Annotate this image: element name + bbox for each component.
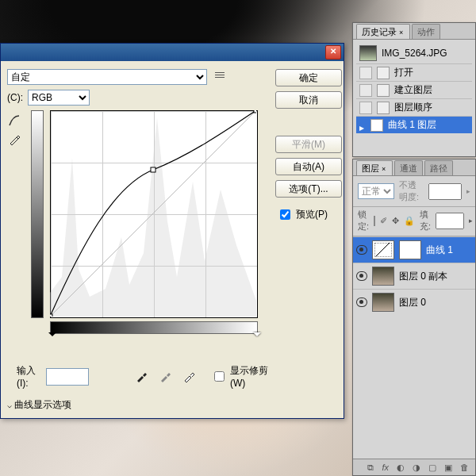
curves-grid[interactable] [31,110,269,340]
snapshot-slot [359,84,372,97]
history-document[interactable]: IMG_5264.JPG [356,43,472,63]
new-layer-icon[interactable]: ▣ [444,463,452,473]
history-panel: 历史记录 × 动作 IMG_5264.JPG 打开建立图层图层顺序▸曲线 1 图… [352,22,476,157]
lock-all-icon[interactable]: 🔒 [404,216,415,226]
smooth-button: 平滑(M) [275,136,342,153]
dialog-titlebar[interactable]: ✕ [1,44,344,61]
ok-button[interactable]: 确定 [275,69,342,86]
snapshot-slot [359,102,372,114]
visibility-eye-icon[interactable] [356,245,367,255]
tab-paths[interactable]: 路径 [424,160,453,175]
lock-move-icon[interactable]: ✥ [392,216,399,226]
group-icon[interactable]: ▢ [428,463,436,473]
preset-select[interactable]: 自定 [7,69,207,85]
close-icon[interactable]: ✕ [325,45,341,60]
link-icon[interactable]: ⧉ [367,463,374,473]
gray-eyedropper-icon[interactable] [159,370,171,383]
history-step[interactable]: 打开 [356,63,472,81]
show-clipping-checkbox[interactable]: 显示修剪(W) [211,364,269,389]
layer-thumbnail[interactable] [372,293,394,312]
channel-select[interactable]: RGB [28,90,90,106]
layer-name: 曲线 1 [426,244,453,257]
fill-label: 填充: [420,209,431,232]
cancel-button[interactable]: 取消 [275,91,342,109]
white-eyedropper-icon[interactable] [182,370,195,383]
trash-icon[interactable]: 🗑 [460,463,469,472]
step-icon [377,84,390,97]
opacity-label: 不透明度: [399,179,424,203]
input-label: 输入(I): [17,364,41,389]
visibility-eye-icon[interactable] [356,271,367,281]
auto-button[interactable]: 自动(A) [275,158,342,175]
mask-icon[interactable]: ◐ [397,463,405,473]
curve-tool-icon[interactable] [7,113,21,128]
layers-footer: ⧉ fx ◐ ◑ ▢ ▣ 🗑 [353,459,475,475]
lock-brush-icon[interactable]: ✐ [380,216,387,226]
tab-actions[interactable]: 动作 [412,24,440,39]
step-label: 图层顺序 [394,101,432,114]
document-name: IMG_5264.JPG [382,48,447,59]
layer-row[interactable]: 图层 0 副本 [353,263,475,289]
step-label: 曲线 1 图层 [388,118,436,132]
display-options-expander[interactable]: ⌵ 曲线显示选项 [7,398,269,412]
layer-name: 图层 0 副本 [399,270,447,283]
white-point-slider[interactable] [253,332,261,340]
curves-dialog: ✕ 自定 (C): RGB [0,43,344,419]
black-point-slider[interactable] [48,332,56,340]
layer-mask-thumbnail[interactable] [399,240,421,259]
layer-thumbnail[interactable] [372,267,394,286]
output-gradient [31,110,44,318]
history-step[interactable]: ▸曲线 1 图层 [356,116,472,133]
history-step[interactable]: 建立图层 [356,81,472,98]
options-button[interactable]: 选项(T)... [275,180,342,198]
snapshot-slot [359,67,372,79]
lock-transparency-icon[interactable] [374,216,375,226]
preset-menu-icon[interactable] [215,72,225,82]
blend-mode-select[interactable]: 正常 [358,183,394,199]
visibility-eye-icon[interactable] [356,298,367,307]
tab-channels[interactable]: 通道 [394,160,423,175]
layers-panel: 图层 × 通道 路径 正常 不透明度: ▸ 锁定: ✐ ✥ 🔒 填充: ▸ 曲线… [352,159,476,476]
fx-icon[interactable]: fx [382,463,389,472]
opacity-field[interactable] [428,183,462,200]
tab-layers[interactable]: 图层 × [356,160,393,175]
lock-label: 锁定: [358,209,369,232]
layer-row[interactable]: 图层 0 [353,289,475,315]
step-icon [370,119,383,132]
fill-field[interactable] [436,213,464,229]
pencil-tool-icon[interactable] [7,132,21,147]
black-eyedropper-icon[interactable] [135,370,148,383]
layer-row[interactable]: 曲线 1 [353,236,475,263]
step-label: 建立图层 [394,83,432,97]
document-thumbnail [359,45,377,61]
step-icon [377,102,390,114]
step-icon [377,67,390,79]
layer-name: 图层 0 [399,296,426,309]
close-icon[interactable]: × [380,163,387,175]
step-label: 打开 [394,66,413,79]
input-gradient [50,321,258,334]
current-step-icon: ▸ [359,122,366,129]
tab-history[interactable]: 历史记录 × [356,24,410,39]
history-step[interactable]: 图层顺序 [356,98,472,116]
close-icon[interactable]: × [397,27,405,38]
channel-label: (C): [7,92,23,103]
input-value-field[interactable] [46,368,89,386]
adjustment-icon[interactable]: ◑ [413,463,420,473]
preview-checkbox[interactable]: 预览(P) [277,207,342,222]
layer-thumbnail[interactable] [372,240,394,259]
